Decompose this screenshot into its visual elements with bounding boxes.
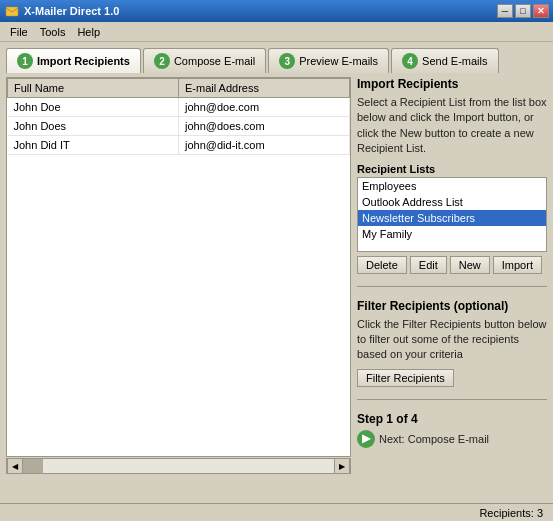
edit-button[interactable]: Edit <box>410 256 447 274</box>
cell-email: john@doe.com <box>179 98 350 117</box>
close-button[interactable]: ✕ <box>533 4 549 18</box>
next-label: Next: Compose E-mail <box>379 433 489 445</box>
col-fullname: Full Name <box>8 79 179 98</box>
horizontal-scrollbar[interactable]: ◀ ▶ <box>6 458 351 474</box>
import-section: Import Recipients Select a Recipient Lis… <box>357 77 547 274</box>
app-icon <box>4 3 20 19</box>
divider-2 <box>357 399 547 400</box>
divider-1 <box>357 286 547 287</box>
window-controls: ─ □ ✕ <box>497 4 549 18</box>
tab-3-label: Preview E-mails <box>299 55 378 67</box>
main-content: 1 Import Recipients 2 Compose E-mail 3 P… <box>0 42 553 521</box>
recipient-listbox[interactable]: EmployeesOutlook Address ListNewsletter … <box>357 177 547 252</box>
import-button[interactable]: Import <box>493 256 542 274</box>
tab-compose-email[interactable]: 2 Compose E-mail <box>143 48 266 73</box>
list-option[interactable]: Newsletter Subscribers <box>358 210 546 226</box>
cell-email: john@does.com <box>179 117 350 136</box>
next-icon: ▶ <box>357 430 375 448</box>
window-title: X-Mailer Direct 1.0 <box>24 5 497 17</box>
scroll-left-button[interactable]: ◀ <box>7 458 23 474</box>
tab-3-number: 3 <box>279 53 295 69</box>
col-email: E-mail Address <box>179 79 350 98</box>
status-bar: Recipients: 3 <box>0 503 553 521</box>
next-step-link[interactable]: ▶ Next: Compose E-mail <box>357 430 547 448</box>
list-option[interactable]: Outlook Address List <box>358 194 546 210</box>
status-text: Recipients: 3 <box>479 507 543 519</box>
filter-section: Filter Recipients (optional) Click the F… <box>357 299 547 387</box>
table-row[interactable]: John Did ITjohn@did-it.com <box>8 136 350 155</box>
list-option[interactable]: Employees <box>358 178 546 194</box>
recipients-table: Full Name E-mail Address John Doejohn@do… <box>7 78 350 155</box>
import-title: Import Recipients <box>357 77 547 91</box>
filter-recipients-button[interactable]: Filter Recipients <box>357 369 454 387</box>
data-panel: Full Name E-mail Address John Doejohn@do… <box>6 77 351 457</box>
tab-send-emails[interactable]: 4 Send E-mails <box>391 48 498 73</box>
table-row[interactable]: John Doesjohn@does.com <box>8 117 350 136</box>
tab-import-recipients[interactable]: 1 Import Recipients <box>6 48 141 73</box>
cell-email: john@did-it.com <box>179 136 350 155</box>
maximize-button[interactable]: □ <box>515 4 531 18</box>
menu-file[interactable]: File <box>4 24 34 40</box>
tab-2-number: 2 <box>154 53 170 69</box>
body-panel: Full Name E-mail Address John Doejohn@do… <box>6 77 547 474</box>
tab-4-label: Send E-mails <box>422 55 487 67</box>
import-description: Select a Recipient List from the list bo… <box>357 95 547 157</box>
table-row[interactable]: John Doejohn@doe.com <box>8 98 350 117</box>
recipient-lists-label: Recipient Lists <box>357 163 547 175</box>
tab-4-number: 4 <box>402 53 418 69</box>
step-label: Step 1 of 4 <box>357 412 547 426</box>
filter-title: Filter Recipients (optional) <box>357 299 547 313</box>
list-option[interactable]: My Family <box>358 226 546 242</box>
cell-name: John Doe <box>8 98 179 117</box>
menu-bar: File Tools Help <box>0 22 553 42</box>
cell-name: John Did IT <box>8 136 179 155</box>
menu-tools[interactable]: Tools <box>34 24 72 40</box>
tab-2-label: Compose E-mail <box>174 55 255 67</box>
tab-bar: 1 Import Recipients 2 Compose E-mail 3 P… <box>6 48 547 73</box>
step-section: Step 1 of 4 ▶ Next: Compose E-mail <box>357 412 547 448</box>
title-bar: X-Mailer Direct 1.0 ─ □ ✕ <box>0 0 553 22</box>
new-button[interactable]: New <box>450 256 490 274</box>
menu-help[interactable]: Help <box>71 24 106 40</box>
scroll-track[interactable] <box>23 459 334 473</box>
delete-button[interactable]: Delete <box>357 256 407 274</box>
scroll-right-button[interactable]: ▶ <box>334 458 350 474</box>
list-buttons: Delete Edit New Import <box>357 256 547 274</box>
scroll-thumb[interactable] <box>23 459 43 473</box>
tab-1-number: 1 <box>17 53 33 69</box>
tab-preview-emails[interactable]: 3 Preview E-mails <box>268 48 389 73</box>
filter-description: Click the Filter Recipients button below… <box>357 317 547 363</box>
tab-1-label: Import Recipients <box>37 55 130 67</box>
cell-name: John Does <box>8 117 179 136</box>
minimize-button[interactable]: ─ <box>497 4 513 18</box>
right-panel: Import Recipients Select a Recipient Lis… <box>357 77 547 474</box>
